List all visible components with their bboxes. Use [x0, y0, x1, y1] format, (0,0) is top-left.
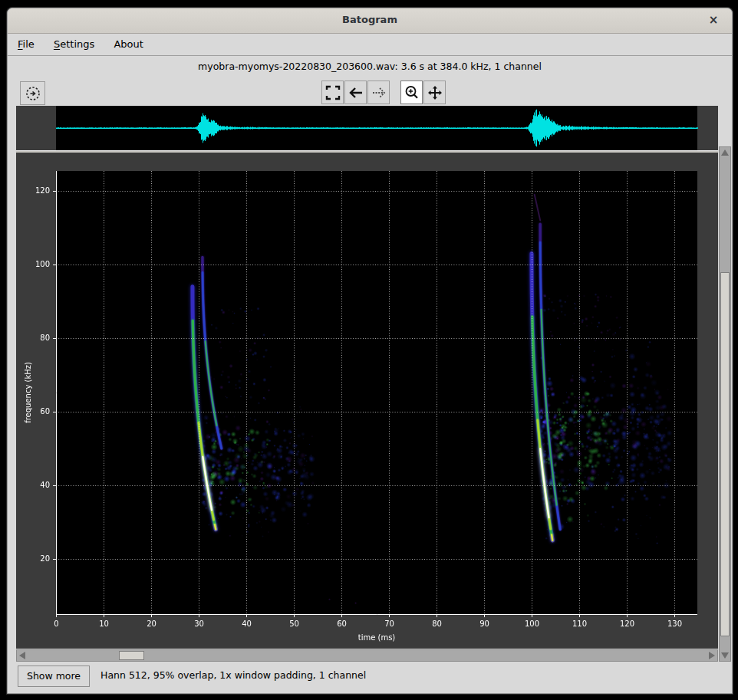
window-title: Batogram	[8, 14, 732, 25]
arrow-right-dashed-icon	[371, 85, 387, 100]
waveform-canvas[interactable]	[16, 106, 718, 150]
magnifier-plus-icon	[404, 84, 420, 101]
four-way-arrows-icon	[427, 84, 443, 101]
menu-bar: File Settings About	[8, 34, 732, 56]
zoom-tool-button[interactable]	[400, 81, 423, 104]
pan-tool-button[interactable]	[423, 81, 446, 104]
waveform-panel	[16, 106, 718, 150]
scroll-right-icon[interactable]	[707, 650, 717, 661]
status-bar: Show more Hann 512, 95% overlap, 1x wind…	[8, 662, 732, 693]
arrow-left-icon	[348, 85, 364, 100]
horizontal-scroll-thumb[interactable]	[119, 651, 144, 660]
close-icon[interactable]: ×	[706, 12, 721, 28]
menu-about[interactable]: About	[110, 38, 147, 51]
settings-summary-label: Hann 512, 95% overlap, 1x window padding…	[100, 669, 366, 681]
show-more-button[interactable]: Show more	[18, 665, 90, 687]
scroll-left-icon[interactable]	[17, 650, 28, 661]
spectrogram-canvas[interactable]	[16, 153, 718, 649]
vertical-scroll-thumb[interactable]	[720, 272, 730, 636]
reset-view-button[interactable]	[20, 81, 45, 105]
scroll-down-icon[interactable]	[720, 650, 730, 661]
back-button[interactable]	[344, 81, 367, 104]
spectrogram-panel	[16, 153, 718, 649]
horizontal-scrollbar[interactable]	[16, 649, 718, 662]
corner-brackets-icon	[325, 85, 341, 100]
dashed-circle-arrow-icon	[25, 85, 41, 102]
app-window: Batogram × File Settings About myobra-my…	[7, 8, 733, 694]
menu-file[interactable]: File	[15, 38, 38, 51]
file-info-label: myobra-myomys-20220830_203600.wav: 3.6 s…	[8, 61, 732, 72]
vertical-scrollbar[interactable]	[719, 146, 731, 662]
forward-button-disabled[interactable]	[367, 81, 390, 104]
titlebar[interactable]: Batogram ×	[8, 8, 732, 34]
scroll-up-icon[interactable]	[720, 147, 730, 158]
menu-settings[interactable]: Settings	[51, 38, 97, 51]
fit-screen-button[interactable]	[321, 81, 344, 104]
